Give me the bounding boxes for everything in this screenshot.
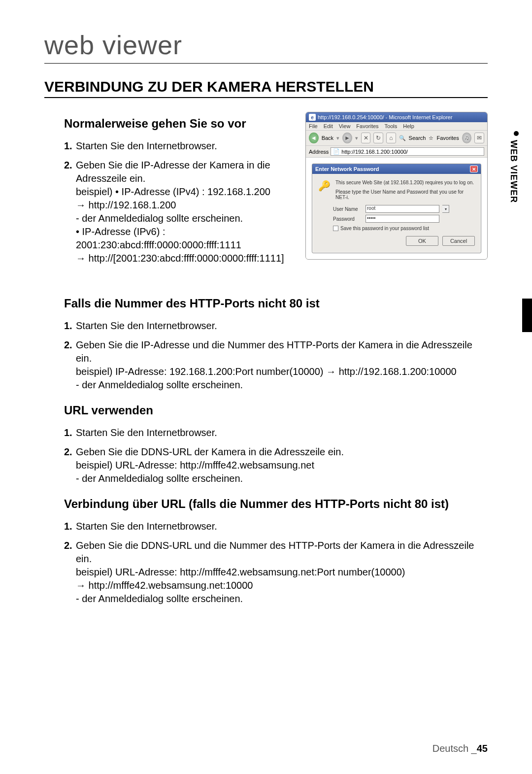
step-text: Starten Sie den Internetbrowser.	[76, 521, 217, 532]
username-label: User Name	[333, 206, 363, 212]
address-value: http://192.168.1.200:10000/	[341, 149, 408, 155]
browser-toolbar: ◄ Back ▾ ► ▾ ✕ ↻ ⌂ 🔍 Search ☆ Favorites …	[306, 130, 487, 146]
search-label[interactable]: Search	[409, 135, 426, 141]
step-text: beispiel) • IP-Adresse (IPv4) : 192.168.…	[76, 186, 270, 197]
menu-help[interactable]: Help	[403, 123, 414, 129]
menu-tools[interactable]: Tools	[385, 123, 398, 129]
password-input[interactable]: •••••	[366, 215, 439, 223]
browser-window: e http://192.168.0.254:10000/ - Microsof…	[305, 112, 488, 260]
footer-lang: Deutsch _	[432, 743, 477, 754]
window-title: http://192.168.0.254:10000/ - Microsoft …	[318, 114, 452, 120]
side-tab-label: WEB VIEWER	[508, 140, 519, 203]
page-footer: Deutsch _45	[432, 743, 488, 754]
step-text: Starten Sie den Internetbrowser.	[76, 140, 217, 151]
step-text: → http://[2001:230:abcd:ffff:0000:0000:f…	[76, 253, 284, 264]
menu-view[interactable]: View	[339, 123, 351, 129]
cancel-button[interactable]: Cancel	[442, 236, 475, 246]
favorites-label[interactable]: Favorites	[436, 135, 459, 141]
step-number: 1.	[64, 139, 72, 153]
username-input[interactable]: root	[366, 205, 439, 213]
subheading-url-port: Verbindung über URL (falls die Nummer de…	[64, 497, 488, 511]
step-text: • IP-Adresse (IPv6) : 2001:230:abcd:ffff…	[76, 226, 241, 250]
browser-addressbar: Address 📄 http://192.168.1.200:10000/	[306, 146, 487, 158]
step-number: 1.	[64, 319, 72, 333]
list-item: 2. Geben Sie die DDNS-URL der Kamera in …	[64, 445, 488, 485]
page-icon: 📄	[333, 148, 340, 155]
step-number: 2.	[64, 338, 72, 352]
list-item: 2. Geben Sie die DDNS-URL und die Nummer…	[64, 539, 488, 606]
subheading-url: URL verwenden	[64, 404, 488, 417]
home-button[interactable]: ⌂	[386, 133, 396, 143]
list-item: 1. Starten Sie den Internetbrowser.	[64, 319, 488, 333]
media-button[interactable]: ♫	[462, 133, 472, 143]
password-label: Password	[333, 216, 363, 222]
list-item: 1. Starten Sie den Internetbrowser.	[64, 520, 488, 533]
back-button[interactable]: ◄	[309, 133, 319, 143]
step-text: - der Anmeldedialog sollte erscheinen.	[76, 213, 243, 224]
step-number: 2.	[64, 445, 72, 459]
browser-menubar: File Edit View Favorites Tools Help	[306, 122, 487, 130]
step-text: beispiel) URL-Adresse: http://mfffe42.we…	[76, 460, 314, 471]
dialog-message: This secure Web Site (at 192.168.1.200) …	[335, 180, 475, 185]
chapter-title: web viewer	[44, 30, 488, 64]
side-tab: WEB VIEWER	[508, 121, 532, 303]
dialog-titlebar: Enter Network Password ✕	[312, 164, 481, 174]
subheading-normal: Normalerweise gehen Sie so vor	[64, 117, 296, 131]
list-item: 1. Starten Sie den Internetbrowser.	[64, 426, 488, 439]
mail-button[interactable]: ✉	[474, 133, 484, 143]
forward-button[interactable]: ►	[342, 133, 352, 143]
subheading-port: Falls die Nummer des HTTP-Ports nicht 80…	[64, 297, 488, 310]
address-input[interactable]: 📄 http://192.168.1.200:10000/	[331, 147, 484, 156]
side-marker	[522, 299, 532, 332]
bullet-icon	[514, 131, 519, 136]
save-password-label: Save this password in your password list	[340, 226, 429, 231]
step-text: Geben Sie die IP-Adresse und die Nummer …	[76, 339, 472, 364]
step-number: 1.	[64, 520, 72, 533]
dialog-message: Please type the User Name and Password t…	[335, 189, 475, 200]
step-text: - der Anmeldedialog sollte erscheinen.	[76, 379, 243, 390]
list-item: 2. Geben Sie die IP-Adresse der Kamera i…	[64, 159, 296, 265]
dialog-title-text: Enter Network Password	[315, 166, 379, 172]
menu-favorites[interactable]: Favorites	[356, 123, 378, 129]
step-text: → http://mfffe42.websamsung.net:10000	[76, 580, 253, 591]
address-label: Address	[309, 149, 329, 155]
ok-button[interactable]: OK	[406, 236, 438, 246]
key-icon: 🔑	[318, 180, 331, 192]
step-text: beispiel) URL-Adresse: http://mfffe42.we…	[76, 567, 405, 577]
search-icon: 🔍	[399, 135, 406, 141]
dropdown-icon[interactable]: ▾	[442, 205, 449, 213]
ie-icon: e	[309, 114, 316, 121]
password-dialog: Enter Network Password ✕ 🔑 This secure W…	[312, 164, 481, 253]
favorites-icon: ☆	[429, 135, 433, 141]
step-number: 2.	[64, 539, 72, 552]
close-button[interactable]: ✕	[470, 166, 478, 172]
step-number: 2.	[64, 159, 72, 172]
step-text: beispiel) IP-Adresse: 192.168.1.200:Port…	[76, 366, 457, 377]
menu-edit[interactable]: Edit	[324, 123, 333, 129]
step-text: - der Anmeldedialog sollte erscheinen.	[76, 473, 243, 484]
step-text: Starten Sie den Internetbrowser.	[76, 320, 217, 331]
menu-file[interactable]: File	[309, 123, 318, 129]
page-number: 45	[477, 743, 488, 754]
step-text: Geben Sie die DDNS-URL und die Nummer de…	[76, 540, 474, 564]
refresh-button[interactable]: ↻	[373, 133, 383, 143]
step-text: Geben Sie die DDNS-URL der Kamera in die…	[76, 446, 344, 457]
list-item: 1. Starten Sie den Internetbrowser.	[64, 139, 296, 153]
step-text: → http://192.168.1.200	[76, 200, 176, 210]
step-text: - der Anmeldedialog sollte erscheinen.	[76, 593, 243, 604]
save-password-checkbox[interactable]	[333, 226, 338, 231]
step-text: Geben Sie die IP-Adresse der Kamera in d…	[76, 160, 270, 184]
step-number: 1.	[64, 426, 72, 439]
browser-titlebar: e http://192.168.0.254:10000/ - Microsof…	[306, 112, 487, 122]
list-item: 2. Geben Sie die IP-Adresse und die Numm…	[64, 338, 488, 392]
section-title: VERBINDUNG ZU DER KAMERA HERSTELLEN	[44, 78, 488, 98]
stop-button[interactable]: ✕	[361, 133, 371, 143]
back-label: Back	[322, 135, 333, 141]
step-text: Starten Sie den Internetbrowser.	[76, 427, 217, 438]
